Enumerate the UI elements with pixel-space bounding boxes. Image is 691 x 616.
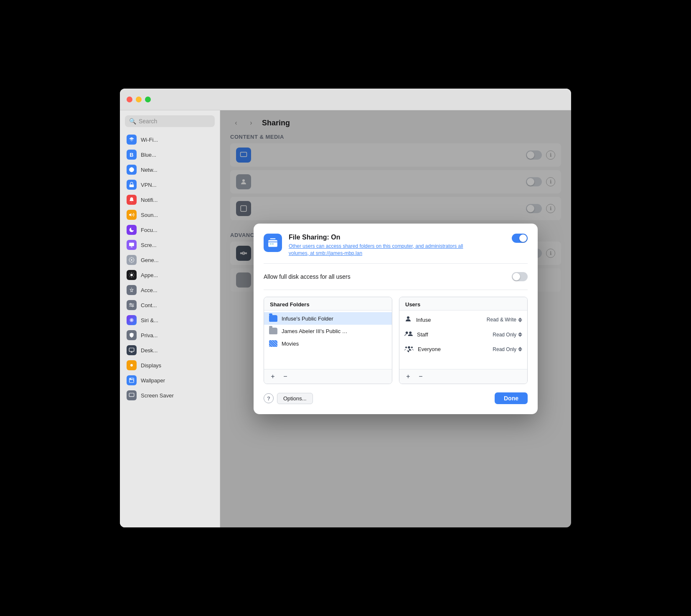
sidebar-item-screensaver[interactable]: Screen Saver xyxy=(122,388,217,403)
svg-point-4 xyxy=(131,259,132,261)
sidebar-item-sound[interactable]: Soun... xyxy=(122,207,217,222)
folder-item-2[interactable]: James Abeler III's Public Fol... xyxy=(264,325,392,337)
file-sharing-toggle[interactable] xyxy=(512,234,528,243)
title-bar xyxy=(120,89,571,110)
sidebar-item-vpn[interactable]: VPN... xyxy=(122,177,217,192)
full-disk-label: Allow full disk access for all users xyxy=(264,273,351,280)
remove-user-button[interactable]: − xyxy=(416,372,425,381)
user-permission-staff: Read Only xyxy=(493,332,522,338)
stepper-up-icon xyxy=(518,318,522,320)
screensaver-icon xyxy=(127,390,137,400)
svg-point-30 xyxy=(409,332,412,334)
sidebar-item-controlcenter[interactable]: Cont... xyxy=(122,298,217,313)
sidebar-label-displays: Displays xyxy=(141,362,161,369)
svg-point-7 xyxy=(130,303,132,305)
sidebar-label-network: Netw... xyxy=(141,167,158,173)
sidebar-label-wifi: Wi-Fi... xyxy=(141,137,158,143)
folder-icon-striped-3 xyxy=(269,340,277,347)
sidebar-label-bluetooth: Blue... xyxy=(141,152,156,158)
sidebar-label-privacy: Priva... xyxy=(141,332,158,339)
sidebar-item-screentime[interactable]: Scre... xyxy=(122,237,217,252)
sidebar-label-desktop: Desk... xyxy=(141,347,158,354)
full-disk-toggle[interactable] xyxy=(512,272,528,281)
minimize-button[interactable] xyxy=(136,97,142,102)
svg-point-32 xyxy=(408,346,410,349)
folder-label-2: James Abeler III's Public Fol... xyxy=(282,328,348,334)
add-folder-button[interactable]: + xyxy=(268,372,277,381)
main-content: 🔍 Search Wi-Fi... B Blue... xyxy=(120,110,571,527)
everyone-permission-label: Read Only xyxy=(493,346,516,352)
modal-footer-left: ? Options... xyxy=(264,393,313,404)
user-row-infuse[interactable]: Infuse Read & Write xyxy=(399,312,527,327)
shared-folders-list: Infuse's Public Folder James Abeler III'… xyxy=(264,311,392,369)
sidebar-item-desktop[interactable]: Desk... xyxy=(122,343,217,358)
folder-label-3: Movies xyxy=(282,341,299,347)
maximize-button[interactable] xyxy=(145,97,151,102)
sidebar-item-wallpaper[interactable]: Wallpaper xyxy=(122,373,217,388)
sidebar-label-siri: Siri &... xyxy=(141,317,158,323)
infuse-stepper[interactable] xyxy=(518,318,522,322)
desktop-icon xyxy=(127,345,137,355)
sidebar-item-displays[interactable]: Displays xyxy=(122,358,217,373)
done-button[interactable]: Done xyxy=(495,392,528,404)
sidebar-item-wifi[interactable]: Wi-Fi... xyxy=(122,132,217,147)
sharing-title-block: File Sharing: On Other users can access … xyxy=(289,234,481,257)
folder-icon-blue-1 xyxy=(269,315,277,322)
svg-rect-18 xyxy=(129,393,134,397)
user-permission-infuse: Read & Write xyxy=(487,317,522,323)
sidebar-item-appearance[interactable]: Appe... xyxy=(122,267,217,283)
divider-1 xyxy=(264,263,528,264)
privacy-icon xyxy=(127,330,137,340)
group-large-icon xyxy=(404,345,414,354)
sidebar: 🔍 Search Wi-Fi... B Blue... xyxy=(120,110,220,527)
sidebar-item-bluetooth[interactable]: B Blue... xyxy=(122,147,217,162)
svg-rect-26 xyxy=(269,243,271,244)
stepper-down-icon-staff xyxy=(518,335,522,337)
user-row-staff[interactable]: Staff Read Only xyxy=(399,327,527,342)
help-button[interactable]: ? xyxy=(264,393,274,403)
sound-icon xyxy=(127,210,137,220)
displays-icon xyxy=(127,360,137,370)
folder-item-3[interactable]: Movies xyxy=(264,337,392,350)
sidebar-item-general[interactable]: Gene... xyxy=(122,252,217,267)
svg-rect-1 xyxy=(130,184,134,187)
user-row-everyone[interactable]: Everyone Read Only xyxy=(399,342,527,356)
sidebar-label-controlcenter: Cont... xyxy=(141,302,157,308)
stepper-up-icon-everyone xyxy=(518,347,522,349)
search-bar[interactable]: 🔍 Search xyxy=(125,115,215,127)
svg-point-6 xyxy=(131,288,132,288)
user-label-everyone: Everyone xyxy=(418,346,441,352)
sidebar-label-general: Gene... xyxy=(141,257,159,263)
close-button[interactable] xyxy=(127,97,132,102)
group-small-icon xyxy=(404,330,413,339)
svg-marker-2 xyxy=(129,213,131,216)
user-row-left-staff: Staff xyxy=(404,330,428,339)
user-label-infuse: Infuse xyxy=(416,317,431,323)
stepper-down-icon xyxy=(518,320,522,322)
everyone-stepper[interactable] xyxy=(518,347,522,351)
svg-point-17 xyxy=(130,379,131,380)
traffic-lights xyxy=(127,97,151,102)
folder-label-1: Infuse's Public Folder xyxy=(282,316,333,322)
remove-folder-button[interactable]: − xyxy=(281,372,290,381)
search-label: Search xyxy=(139,118,157,125)
folder-item-1[interactable]: Infuse's Public Folder xyxy=(264,312,392,325)
mac-window: 🔍 Search Wi-Fi... B Blue... xyxy=(120,89,571,527)
users-list: Infuse Read & Write xyxy=(399,311,527,369)
sidebar-item-accessibility[interactable]: Acce... xyxy=(122,283,217,298)
right-panel: ‹ › Sharing Content & Media ℹ xyxy=(220,110,571,527)
sidebar-item-privacy[interactable]: Priva... xyxy=(122,328,217,343)
sidebar-item-focus[interactable]: Focu... xyxy=(122,222,217,237)
staff-stepper[interactable] xyxy=(518,332,522,337)
sidebar-item-notifications[interactable]: Notifi... xyxy=(122,192,217,207)
sidebar-item-siri[interactable]: Siri &... xyxy=(122,313,217,328)
sharing-subtitle: Other users can access shared folders on… xyxy=(289,243,481,257)
smb-link[interactable]: james-mbp xyxy=(329,250,354,256)
users-panel: Users Infuse xyxy=(399,297,528,384)
vpn-icon xyxy=(127,180,137,190)
appearance-icon xyxy=(127,270,137,280)
add-user-button[interactable]: + xyxy=(404,372,413,381)
infuse-permission-label: Read & Write xyxy=(487,317,516,323)
sidebar-item-network[interactable]: Netw... xyxy=(122,162,217,177)
options-button[interactable]: Options... xyxy=(277,393,313,404)
